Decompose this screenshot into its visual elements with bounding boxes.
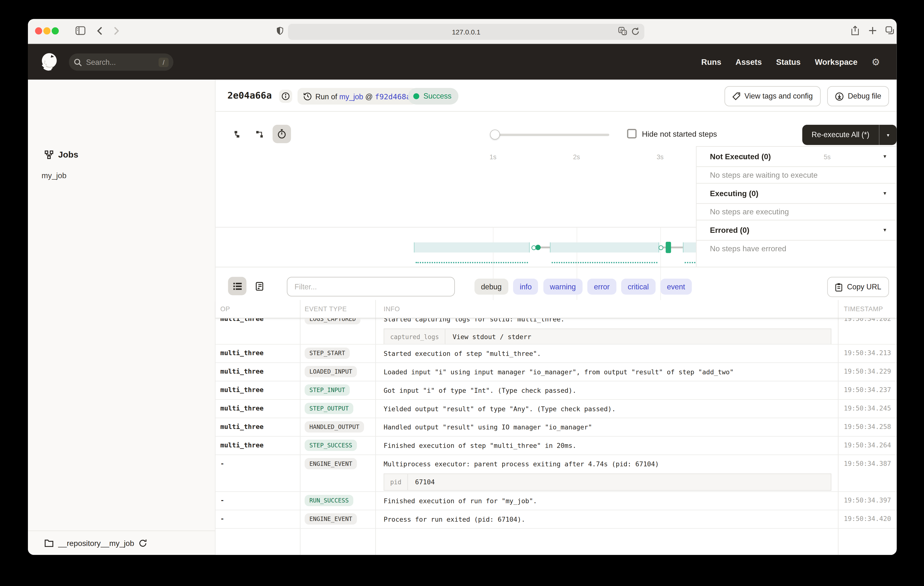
nav-item-status[interactable]: Status <box>776 57 800 66</box>
log-level-chip-event[interactable]: event <box>660 279 691 295</box>
window-close-button[interactable] <box>35 27 42 35</box>
log-list-view-icon[interactable] <box>228 277 246 295</box>
at-symbol: @ <box>365 93 373 101</box>
log-timestamp: 19:50:34.387 <box>844 460 891 468</box>
window-minimize-button[interactable] <box>43 27 51 35</box>
log-filter-input[interactable]: Filter... <box>287 277 455 296</box>
history-icon <box>304 92 312 100</box>
hide-not-started-checkbox[interactable] <box>627 129 637 138</box>
url-bar[interactable]: 127.0.0.1 A文 <box>288 24 644 40</box>
nav-item-workspace[interactable]: Workspace <box>815 57 858 66</box>
log-info-text: Started capturing logs for solid: multi_… <box>384 318 833 324</box>
log-op-name: multi_three <box>220 386 264 394</box>
shield-icon[interactable] <box>277 27 283 36</box>
run-of-pill: Run of my_job @ f92d468a <box>297 88 417 104</box>
log-level-chips: debuginfowarningerrorcriticalevent <box>474 279 691 295</box>
flat-view-icon[interactable] <box>228 125 246 143</box>
event-type-tag: STEP_START <box>305 348 350 359</box>
share-icon[interactable] <box>851 25 859 36</box>
gantt-waiting-dotted-line <box>416 262 528 263</box>
reexecute-split-button: Re-execute All (*) ▼ <box>802 125 897 145</box>
log-table-row[interactable]: multi_threeSTEP_SUCCESSFinished executio… <box>216 437 897 455</box>
log-table-row[interactable]: multi_threeSTEP_OUTPUTYielded output "re… <box>216 400 897 418</box>
gantt-marker-span[interactable] <box>683 242 696 252</box>
window-zoom-button[interactable] <box>52 27 59 35</box>
log-op-name: - <box>220 460 224 468</box>
log-table-row[interactable]: multi_threeLOGS_CAPTUREDStarted capturin… <box>216 318 897 345</box>
event-type-tag: STEP_SUCCESS <box>305 440 357 451</box>
reload-icon[interactable] <box>631 27 639 36</box>
zoom-slider-thumb[interactable] <box>490 130 500 140</box>
nav-item-runs[interactable]: Runs <box>701 57 721 66</box>
metadata-value[interactable]: View stdout / stderr <box>446 329 538 345</box>
gantt-marker-span[interactable] <box>550 242 659 252</box>
axis-tick-label: 1s <box>489 153 496 160</box>
log-table-row[interactable]: multi_threeHANDLED_OUTPUTHandled output … <box>216 418 897 437</box>
svg-text:文: 文 <box>623 31 627 35</box>
zoom-slider-track[interactable] <box>493 134 609 136</box>
reexecute-all-button[interactable]: Re-execute All (*) <box>802 125 879 145</box>
log-table-row[interactable]: multi_threeSTEP_INPUTGot input "i" of ty… <box>216 381 897 400</box>
debug-file-button[interactable]: Debug file <box>827 86 889 106</box>
panel-section-body: No steps are waiting to execute <box>696 167 897 183</box>
waterfall-view-icon[interactable] <box>250 125 268 143</box>
forward-icon[interactable] <box>114 27 119 35</box>
download-icon <box>835 92 844 101</box>
log-table-row[interactable]: -RUN_SUCCESSFinished execution of run fo… <box>216 492 897 510</box>
panel-section-header-1[interactable]: Executing (0)▼ <box>696 183 897 204</box>
main-content: 2e04a66a Run of my_job @ f92d468a Succes… <box>216 79 897 555</box>
log-table-row[interactable]: -ENGINE_EVENTProcess for run exited (pid… <box>216 510 897 529</box>
log-level-chip-critical[interactable]: critical <box>621 279 655 295</box>
new-tab-icon[interactable] <box>869 27 876 35</box>
clipboard-icon <box>835 283 843 291</box>
event-type-tag: RUN_SUCCESS <box>305 495 353 506</box>
gantt-waiting-dotted-line <box>685 262 696 263</box>
log-table-row[interactable]: -ENGINE_EVENTMultiprocess executor: pare… <box>216 455 897 492</box>
tab-overview-icon[interactable] <box>885 26 894 35</box>
sidebar-item-my-job[interactable]: my_job <box>41 171 66 180</box>
log-info-text: Handled output "result" using IO manager… <box>384 423 833 432</box>
search-input[interactable]: Search... / <box>69 53 173 71</box>
run-id: 2e04a66a <box>228 90 272 101</box>
timed-view-icon[interactable] <box>272 125 291 143</box>
back-icon[interactable] <box>97 27 102 35</box>
snapshot-link[interactable]: f92d468a <box>375 92 411 101</box>
reload-repository-icon[interactable] <box>139 539 147 547</box>
log-info-text: Yielded output "result" of type "Any". (… <box>384 405 833 414</box>
axis-tick-label: 3s <box>657 153 663 160</box>
sidebar-toggle-icon[interactable] <box>76 26 86 35</box>
reexecute-dropdown-button[interactable]: ▼ <box>879 125 897 145</box>
nav-item-assets[interactable]: Assets <box>736 57 762 66</box>
log-info-text: Multiprocess executor: parent process ex… <box>384 460 833 469</box>
chevron-down-icon: ▼ <box>883 154 887 159</box>
gantt-marker-span[interactable] <box>414 242 530 252</box>
log-timestamp: 19:50:34.245 <box>844 405 891 412</box>
copy-url-button[interactable]: Copy URL <box>827 277 889 297</box>
gantt-step-execution-bar[interactable] <box>666 242 671 253</box>
run-info-icon[interactable] <box>279 90 292 103</box>
settings-gear-icon[interactable]: ⚙ <box>871 44 880 79</box>
log-timestamp: 19:50:34.213 <box>844 349 891 357</box>
search-shortcut-badge: / <box>158 57 168 67</box>
view-tags-button[interactable]: View tags and config <box>724 86 821 106</box>
log-info-text: Finished execution of run for "my_job". <box>384 497 833 506</box>
log-level-chip-warning[interactable]: warning <box>543 279 582 295</box>
dagster-logo[interactable] <box>39 52 59 72</box>
log-level-chip-debug[interactable]: debug <box>474 279 508 295</box>
log-filter-placeholder: Filter... <box>295 283 317 291</box>
reexecute-label: Re-execute All (*) <box>812 131 870 139</box>
log-level-chip-info[interactable]: info <box>513 279 538 295</box>
log-structured-view-icon[interactable] <box>250 277 268 295</box>
event-log-table: OP EVENT TYPE INFO TIMESTAMP multi_three… <box>216 300 897 555</box>
event-type-tag: STEP_OUTPUT <box>305 403 353 414</box>
job-name-link[interactable]: my_job <box>339 93 363 101</box>
log-table-row[interactable]: multi_threeLOADED_INPUTLoaded input "i" … <box>216 363 897 381</box>
log-table-row[interactable]: multi_threeSTEP_STARTStarted execution o… <box>216 344 897 363</box>
translate-icon[interactable]: A文 <box>618 27 627 36</box>
run-of-prefix: Run of <box>315 93 337 101</box>
panel-section-header-2[interactable]: Errored (0)▼ <box>696 220 897 241</box>
status-dot <box>413 93 419 99</box>
log-level-chip-error[interactable]: error <box>587 279 616 295</box>
panel-section-header-0[interactable]: Not Executed (0)▼ <box>696 146 897 167</box>
log-op-name: multi_three <box>220 405 264 412</box>
